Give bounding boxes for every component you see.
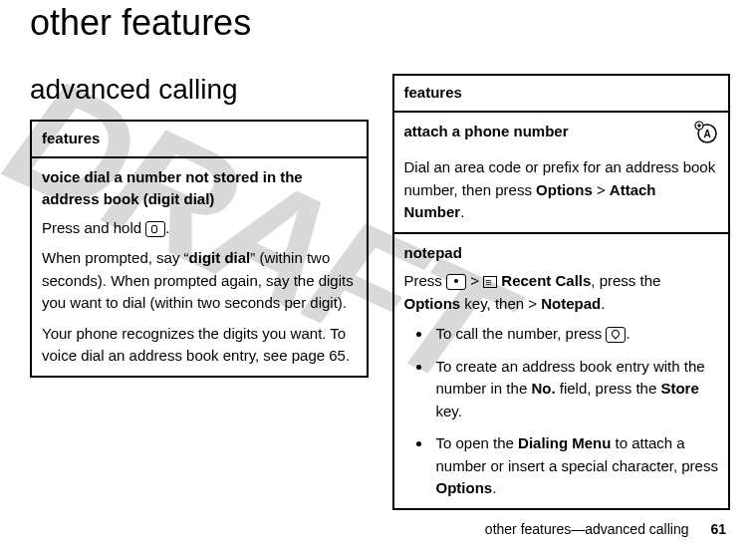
page-number: 61	[710, 521, 726, 537]
left-column: advanced calling features voice dial a n…	[30, 74, 365, 510]
page-content: other features advanced calling features…	[0, 0, 756, 510]
text: >	[466, 272, 483, 289]
features-table-right: features attach a phone number A	[392, 74, 731, 510]
text: , press the	[591, 272, 660, 289]
text: Press and hold	[42, 219, 145, 236]
list-item: To create an address book entry with the…	[432, 356, 719, 423]
voice-key-icon	[145, 221, 165, 237]
text: field, press the	[556, 380, 661, 397]
table-header: features	[32, 122, 367, 158]
feature-badge-icon: A	[694, 121, 718, 151]
center-key-icon	[446, 274, 466, 290]
section-heading: advanced calling	[30, 74, 365, 106]
cell-title-text: voice dial a number not stored in the ad…	[42, 166, 357, 211]
two-column-layout: advanced calling features voice dial a n…	[30, 74, 726, 510]
text: To call the number, press	[436, 325, 607, 342]
softkey-label: Options	[536, 181, 593, 198]
footer-text: other features—advanced calling	[485, 521, 689, 537]
features-table-left: features voice dial a number not stored …	[30, 120, 369, 378]
feature-cell-voice-dial: voice dial a number not stored in the ad…	[32, 158, 367, 376]
table-header: features	[394, 76, 729, 113]
cell-title: notepad	[404, 242, 719, 265]
text: .	[165, 219, 169, 236]
cell-title: attach a phone number A	[404, 121, 719, 151]
softkey-label: Store	[660, 380, 698, 397]
text: To open the	[436, 434, 519, 451]
text: When prompted, say “	[42, 249, 189, 266]
field-label: No.	[531, 380, 555, 397]
page-title: other features	[30, 0, 726, 44]
softkey-label: Options	[404, 295, 461, 312]
bullet-list: To call the number, press . To create an…	[404, 323, 719, 500]
send-key-icon	[606, 327, 626, 343]
list-item: To call the number, press .	[432, 323, 719, 346]
menu-icon	[483, 276, 497, 288]
paragraph: Press > Recent Calls, press the Options …	[404, 270, 719, 315]
paragraph: When prompted, say “digit dial” (within …	[42, 247, 357, 315]
cell-title-text: attach a phone number	[404, 121, 695, 143]
text: Press	[404, 272, 447, 289]
list-item: To open the Dialing Menu to attach a num…	[432, 432, 719, 500]
menu-label: Notepad	[541, 295, 601, 312]
page-footer: other features—advanced calling 61	[485, 521, 726, 537]
feature-cell-attach-number: attach a phone number A Di	[394, 113, 729, 234]
softkey-label: Options	[436, 479, 493, 496]
cell-title: voice dial a number not stored in the ad…	[42, 166, 357, 211]
paragraph: Press and hold .	[42, 217, 357, 240]
text: key, then >	[460, 295, 541, 312]
text: .	[492, 479, 496, 496]
feature-cell-notepad: notepad Press > Recent Calls, press the …	[394, 234, 729, 508]
paragraph: Your phone recognizes the digits you wan…	[42, 323, 357, 368]
menu-label: Recent Calls	[501, 272, 591, 289]
menu-label: Dialing Menu	[518, 434, 611, 451]
right-column: features attach a phone number A	[392, 74, 727, 510]
emphasis: digit dial	[189, 249, 251, 266]
cell-title-text: notepad	[404, 242, 719, 265]
text: .	[601, 295, 605, 312]
svg-text:A: A	[703, 129, 710, 139]
paragraph: Dial an area code or prefix for an addre…	[404, 156, 719, 224]
text: .	[460, 203, 464, 220]
text: >	[593, 181, 610, 198]
text: key.	[436, 403, 462, 419]
text: .	[626, 325, 630, 342]
